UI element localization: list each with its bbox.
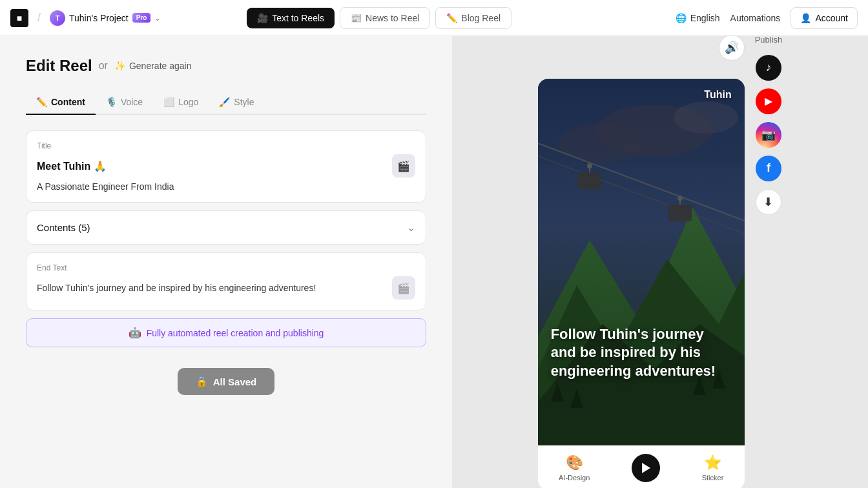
edit-header: Edit Reel or ✨ Generate again bbox=[26, 57, 426, 75]
end-text-label: End Text bbox=[37, 263, 415, 272]
ai-design-icon: 🎨 bbox=[566, 454, 583, 471]
robot-icon: 🤖 bbox=[129, 327, 141, 339]
translate-icon: 🌐 bbox=[676, 13, 687, 23]
pro-badge: Pro bbox=[132, 13, 151, 23]
automations-button[interactable]: Automations bbox=[730, 13, 781, 23]
reel-main-text: Follow Tuhin's journey and be inspired b… bbox=[551, 325, 732, 381]
automation-text: Fully automated reel creation and publis… bbox=[147, 328, 324, 338]
end-text-video-button[interactable]: 🎬 bbox=[392, 276, 415, 300]
contents-card[interactable]: Contents (5) ⌄ bbox=[26, 210, 426, 245]
save-button[interactable]: 🔒 All Saved bbox=[178, 368, 275, 395]
video-icon: 🎥 bbox=[257, 13, 268, 23]
contents-label: Contents (5) bbox=[37, 222, 90, 233]
news-icon: 📰 bbox=[351, 13, 362, 23]
sticker-icon: ⭐ bbox=[704, 454, 721, 471]
logo-icon: ⬜ bbox=[163, 97, 174, 107]
tab-voice[interactable]: 🎙️ Voice bbox=[96, 90, 153, 115]
project-badge[interactable]: T Tuhin's Project Pro ⌄ bbox=[50, 10, 161, 26]
page-title: Edit Reel bbox=[26, 57, 92, 75]
svg-point-3 bbox=[674, 101, 738, 134]
chevron-down-icon: ⌄ bbox=[407, 221, 415, 234]
reel-title: Meet Tuhin 🙏 bbox=[37, 160, 107, 172]
sticker-button[interactable]: ⭐ Sticker bbox=[702, 454, 724, 482]
news-to-reel-button[interactable]: 📰 News to Reel bbox=[340, 7, 430, 29]
reel-name: Tuhin bbox=[704, 89, 731, 101]
mic-icon: 🎙️ bbox=[106, 97, 117, 107]
title-row: Meet Tuhin 🙏 🎬 bbox=[37, 154, 415, 178]
or-text: or bbox=[99, 60, 108, 72]
project-name: Tuhin's Project bbox=[69, 13, 129, 23]
content-tabs: ✏️ Content 🎙️ Voice ⬜ Logo 🖌️ Style bbox=[26, 90, 426, 115]
title-label: Title bbox=[37, 141, 415, 150]
facebook-icon: f bbox=[767, 161, 770, 175]
play-button[interactable] bbox=[632, 454, 660, 482]
sticker-label: Sticker bbox=[702, 474, 724, 482]
automation-banner[interactable]: 🤖 Fully automated reel creation and publ… bbox=[26, 318, 426, 347]
ai-design-button[interactable]: 🎨 AI-Design bbox=[559, 454, 590, 482]
youtube-button[interactable]: ▶ bbox=[756, 88, 781, 114]
instagram-button[interactable]: 📷 bbox=[756, 122, 781, 148]
title-card: Title Meet Tuhin 🙏 🎬 A Passionate Engine… bbox=[26, 130, 426, 203]
avatar: T bbox=[50, 10, 65, 26]
play-icon bbox=[641, 462, 651, 474]
svg-marker-19 bbox=[642, 463, 650, 473]
tab-logo[interactable]: ⬜ Logo bbox=[153, 90, 209, 115]
style-icon: 🖌️ bbox=[219, 97, 230, 107]
svg-point-2 bbox=[557, 124, 648, 163]
download-icon: ⬇ bbox=[763, 195, 773, 209]
download-button[interactable]: ⬇ bbox=[756, 189, 781, 215]
svg-point-18 bbox=[677, 196, 683, 201]
reel-controls: 🎨 AI-Design ⭐ Sticker bbox=[538, 445, 745, 489]
account-button[interactable]: 👤 Account bbox=[790, 7, 858, 29]
end-text-card: End Text Follow Tuhin's journey and be i… bbox=[26, 252, 426, 310]
blog-reel-button[interactable]: ✏️ Blog Reel bbox=[435, 7, 512, 29]
publish-sidebar: Publish ♪ ▶ 📷 f ⬇ bbox=[755, 35, 783, 215]
end-text-content: Follow Tuhin's journey and be inspired b… bbox=[37, 281, 384, 295]
header: ■ / T Tuhin's Project Pro ⌄ 🎥 Text to Re… bbox=[0, 0, 868, 36]
app-logo: ■ bbox=[10, 9, 28, 27]
landscape-visual bbox=[538, 79, 745, 445]
blog-icon: ✏️ bbox=[446, 13, 457, 23]
video-camera-icon: 🎬 bbox=[397, 160, 410, 172]
language-button[interactable]: 🌐 English bbox=[676, 13, 720, 23]
right-panel: 🔊 bbox=[452, 36, 868, 488]
tab-style[interactable]: 🖌️ Style bbox=[209, 90, 264, 115]
main-content: Edit Reel or ✨ Generate again ✏️ Content… bbox=[0, 36, 868, 488]
user-icon: 👤 bbox=[800, 13, 811, 23]
title-video-button[interactable]: 🎬 bbox=[392, 154, 415, 178]
instagram-icon: 📷 bbox=[761, 128, 776, 142]
chevron-down-icon: ⌄ bbox=[154, 14, 161, 23]
left-panel: Edit Reel or ✨ Generate again ✏️ Content… bbox=[0, 36, 452, 488]
edit-icon: ✏️ bbox=[36, 97, 47, 107]
audio-button[interactable]: 🔊 bbox=[719, 35, 745, 61]
header-separator: / bbox=[37, 11, 41, 25]
youtube-icon: ▶ bbox=[765, 95, 772, 107]
preview-container: 🔊 bbox=[538, 35, 783, 489]
svg-rect-16 bbox=[668, 205, 692, 221]
publish-label: Publish bbox=[755, 35, 783, 45]
reel-preview: Tuhin Follow Tuhin's journey and be insp… bbox=[538, 79, 745, 489]
reel-subtitle: A Passionate Engineer From India bbox=[37, 181, 415, 192]
tiktok-icon: ♪ bbox=[765, 61, 771, 74]
facebook-button[interactable]: f bbox=[756, 156, 781, 181]
generate-again-button[interactable]: ✨ Generate again bbox=[114, 61, 192, 71]
tiktok-button[interactable]: ♪ bbox=[756, 55, 781, 81]
svg-point-15 bbox=[587, 163, 592, 168]
main-nav: 🎥 Text to Reels 📰 News to Reel ✏️ Blog R… bbox=[247, 7, 512, 29]
reel-background: Tuhin Follow Tuhin's journey and be insp… bbox=[538, 79, 745, 445]
text-to-reels-button[interactable]: 🎥 Text to Reels bbox=[247, 8, 335, 28]
wand-icon: ✨ bbox=[114, 61, 125, 71]
header-right: 🌐 English Automations 👤 Account bbox=[676, 7, 858, 29]
video-camera-icon: 🎬 bbox=[397, 282, 410, 294]
svg-rect-13 bbox=[578, 172, 601, 189]
ai-design-label: AI-Design bbox=[559, 474, 590, 482]
tab-content[interactable]: ✏️ Content bbox=[26, 90, 96, 115]
lock-icon: 🔒 bbox=[196, 376, 208, 387]
end-text-row: Follow Tuhin's journey and be inspired b… bbox=[37, 276, 415, 300]
